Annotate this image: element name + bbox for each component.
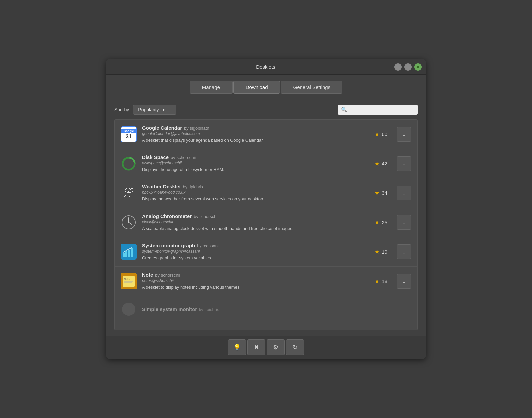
desklet-by: by rcassani: [197, 243, 219, 248]
minimize-button[interactable]: ─: [394, 63, 402, 71]
desklet-name: Note: [142, 272, 153, 278]
desklet-desc: A desklet that displays your agenda base…: [142, 137, 359, 143]
bottom-toolbar: 💡 ✖ ⚙ ↻: [106, 336, 426, 359]
desklet-name: Google Calendar: [142, 125, 182, 131]
close-button[interactable]: ✕: [414, 63, 422, 71]
list-item: Notes Note by schorschii notes@schorschi…: [115, 267, 417, 296]
desklet-desc: A scaleable analog clock desklet with sm…: [142, 226, 359, 232]
desklet-by: by slgobinath: [184, 126, 209, 131]
titlebar: Desklets ─ □ ✕: [106, 59, 426, 75]
desklet-info-clock: Analog Chronometer by schorschii clock@s…: [142, 213, 359, 232]
svg-point-16: [122, 303, 135, 316]
desklet-email: notes@schorschii: [142, 278, 359, 283]
desklet-by: by schorschii: [171, 155, 196, 160]
desklet-icon-clock: [121, 214, 137, 230]
settings-button[interactable]: ⚙: [267, 339, 285, 355]
download-button-gcal[interactable]: ↓: [397, 127, 411, 142]
desklet-info-disk: Disk Space by schorschii diskspace@schor…: [142, 154, 359, 173]
list-item: Analog Chronometer by schorschii clock@s…: [115, 208, 417, 237]
desklet-icon-note: Notes: [121, 273, 137, 289]
download-button-weather[interactable]: ↓: [397, 186, 411, 200]
desklet-info-note: Note by schorschii notes@schorschii A de…: [142, 272, 359, 290]
tab-download[interactable]: Download: [233, 81, 280, 94]
titlebar-controls: ─ □ ✕: [394, 63, 422, 71]
window-title: Desklets: [256, 64, 275, 70]
list-item: Disk Space by schorschii diskspace@schor…: [115, 149, 417, 178]
desklet-rating: ★ 42: [364, 160, 387, 167]
star-icon: ★: [374, 248, 380, 255]
star-icon: ★: [374, 160, 380, 167]
list-item: ⛈ Weather Desklet by tipichris bbcwx@oak…: [115, 178, 417, 208]
star-icon: ★: [374, 278, 380, 285]
desklet-icon-gcal: Google 31: [121, 126, 137, 142]
desklet-list: Google 31 Google Calendar by slgobinath …: [114, 119, 418, 330]
desklet-name: Simple system monitor: [142, 306, 197, 312]
svg-point-4: [128, 222, 129, 223]
desklet-info-partial: Simple system monitor by tipichris: [142, 306, 411, 313]
rating-num: 19: [382, 249, 387, 255]
sort-dropdown[interactable]: Popularity ▼: [133, 105, 176, 115]
content-area: Sort by Popularity ▼ 🔍 Google 31: [106, 100, 426, 336]
list-item-partial: Simple system monitor by tipichris: [115, 296, 417, 322]
desklet-info-weather: Weather Desklet by tipichris bbcwx@oak-w…: [142, 184, 359, 202]
desklet-rating: ★ 25: [364, 219, 387, 226]
desklet-icon-sysmon: [121, 244, 137, 260]
desklet-desc: Creates graphs for system variables.: [142, 255, 359, 261]
desklet-email: system-monitor-graph@rcassani: [142, 249, 359, 254]
tab-bar: Manage Download General Settings: [106, 75, 426, 100]
desklet-icon-weather: ⛈: [121, 185, 137, 201]
svg-rect-9: [131, 248, 133, 257]
info-button[interactable]: 💡: [228, 339, 246, 355]
download-button-note[interactable]: ↓: [397, 274, 411, 289]
star-icon: ★: [374, 131, 380, 138]
desklet-info-sysmon: System monitor graph by rcassani system-…: [142, 243, 359, 261]
sort-label: Sort by: [114, 107, 129, 112]
list-item: Google 31 Google Calendar by slgobinath …: [115, 120, 417, 149]
main-window: Desklets ─ □ ✕ Manage Download General S…: [106, 59, 426, 359]
desklet-icon-disk: [121, 156, 137, 172]
maximize-button[interactable]: □: [404, 63, 412, 71]
rating-num: 18: [382, 278, 387, 284]
sort-arrow: ▼: [162, 107, 166, 112]
toolbar: Sort by Popularity ▼ 🔍: [114, 105, 418, 115]
desklet-name: Disk Space: [142, 154, 169, 160]
desklet-desc: Displays the usage of a filesystem or RA…: [142, 167, 359, 173]
desklet-email: googleCalendar@javahelps.com: [142, 131, 359, 136]
desklet-by: by tipichris: [183, 184, 203, 189]
desklet-desc: A desklet to display notes including var…: [142, 284, 359, 290]
sort-area: Sort by Popularity ▼: [114, 105, 176, 115]
search-box: 🔍: [338, 105, 418, 115]
desklet-desc: Display the weather from several web ser…: [142, 196, 359, 202]
desklet-name: Weather Desklet: [142, 184, 181, 189]
desklet-rating: ★ 19: [364, 248, 387, 255]
rating-num: 60: [382, 131, 387, 137]
refresh-button[interactable]: ↻: [286, 339, 304, 355]
desklet-rating: ★ 34: [364, 189, 387, 197]
rating-num: 34: [382, 190, 387, 196]
desklet-by: by schorschii: [194, 214, 218, 219]
svg-text:Notes: Notes: [124, 278, 130, 280]
download-button-clock[interactable]: ↓: [397, 215, 411, 230]
desklet-by: by schorschii: [155, 273, 180, 278]
rating-num: 42: [382, 161, 387, 166]
desklet-by: by tipichris: [199, 307, 219, 312]
svg-rect-7: [125, 251, 127, 257]
list-item: System monitor graph by rcassani system-…: [115, 237, 417, 267]
tab-general-settings[interactable]: General Settings: [281, 81, 342, 94]
svg-rect-8: [128, 250, 130, 257]
search-input[interactable]: [349, 107, 414, 112]
desklet-icon-partial: [121, 301, 137, 317]
cancel-button[interactable]: ✖: [247, 339, 265, 355]
desklet-name: Analog Chronometer: [142, 213, 192, 219]
desklet-email: bbcwx@oak-wood.co.uk: [142, 190, 359, 195]
desklet-info-gcal: Google Calendar by slgobinath googleCale…: [142, 125, 359, 143]
desklet-email: diskspace@schorschii: [142, 161, 359, 165]
star-icon: ★: [374, 189, 380, 197]
desklet-email: clock@schorschii: [142, 220, 359, 224]
desklet-rating: ★ 60: [364, 131, 387, 138]
star-icon: ★: [374, 219, 380, 226]
download-button-disk[interactable]: ↓: [397, 156, 411, 171]
tab-manage[interactable]: Manage: [190, 81, 233, 94]
sort-value: Popularity: [138, 107, 159, 112]
download-button-sysmon[interactable]: ↓: [397, 244, 411, 259]
